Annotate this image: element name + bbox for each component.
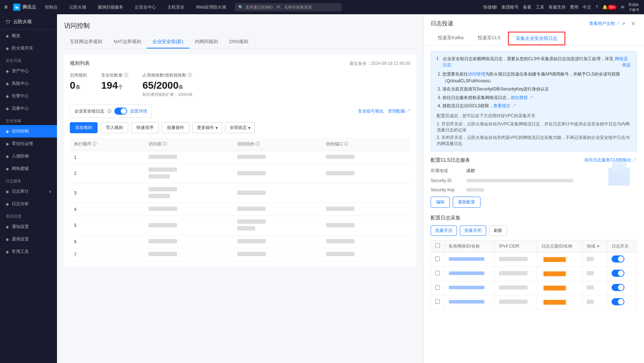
security-group-visualization-link[interactable]: 安全组可视化 <box>358 108 384 114</box>
tab-internet-boundary[interactable]: 互联网边界规则 <box>64 36 108 48</box>
sidebar-item-intrusion[interactable]: ◈ 入侵防御 <box>0 150 57 162</box>
import-rule-button[interactable]: 导入规则 <box>100 122 128 133</box>
sidebar-item-log-analysis[interactable]: ◈ 日志分析 <box>0 198 57 210</box>
log-switch-toggle-4[interactable] <box>612 298 624 305</box>
view-user-doc-link[interactable]: 查看用户文档 ↗ ↗ <box>589 21 625 27</box>
row-cidr <box>495 281 537 295</box>
nav-cloud-firewall[interactable]: 云防火墙 <box>66 3 89 12</box>
panel-tab-cls[interactable]: 投递至CLS <box>471 32 508 45</box>
tab-dns-rules[interactable]: DNS规则 <box>224 36 254 48</box>
group-account[interactable]: 集团账号 <box>502 4 519 10</box>
goto-authorize-link[interactable]: 前往授权 ↗ <box>511 95 533 100</box>
manage-quota-link[interactable]: 管理配额 ↗ <box>388 108 410 114</box>
intrusion-icon: ◈ <box>6 154 9 159</box>
panel-tab-kafka[interactable]: 投递至Kafka <box>431 32 471 45</box>
sidebar-item-overview[interactable]: ◈ 概览 <box>0 30 57 42</box>
user-avatar[interactable]: Kobe.子账号 <box>629 2 640 12</box>
collapse-button[interactable]: 收起 <box>622 62 631 68</box>
language[interactable]: 中文 <box>583 4 591 10</box>
sidebar-item-firewall-switch[interactable]: ◈ 防火墙开关 <box>0 42 57 55</box>
goto-cls-link[interactable]: 前往日志服务CLS控制台 ↗ <box>585 157 637 163</box>
batch-disable-button[interactable]: 批量关闭 <box>460 225 486 236</box>
panel-header: 日志投递 查看用户文档 ↗ ↗ ✕ 投递至Kafka 投递至CLS 采集企业安全… <box>424 14 644 46</box>
more-operations-dropdown[interactable]: 更多操作 ▾ <box>192 122 222 133</box>
tab-internal-network[interactable]: 内网间规则 <box>189 36 224 48</box>
row-select-checkbox[interactable] <box>435 299 440 304</box>
filing[interactable]: 备案 <box>523 4 531 10</box>
sidebar-item-notification[interactable]: ◈ 通知设置 <box>0 221 57 233</box>
sidebar-item-honeypot[interactable]: ◈ 网络蜜罐 <box>0 162 57 175</box>
more-operations-chevron-icon: ▾ <box>215 125 218 130</box>
toggle-settings-label[interactable]: 设置详情 <box>130 108 147 114</box>
select-all-checkbox[interactable] <box>435 243 440 248</box>
sidebar-item-alert-center[interactable]: ◈ 告警中心 <box>0 90 57 102</box>
console-label[interactable]: 控制台 <box>42 3 61 12</box>
enterprise-log-toggle[interactable] <box>114 108 127 115</box>
sidebar-item-label: 通用设置 <box>12 236 29 242</box>
sidebar-item-label: 流量中心 <box>12 105 29 112</box>
billing[interactable]: 费用 <box>570 4 578 10</box>
log-collect-title: 配置日志采集 <box>431 215 461 221</box>
batch-enable-button[interactable]: 批量开启 <box>431 225 457 236</box>
notification-icon[interactable]: 🔔99+ <box>602 5 617 10</box>
add-rule-button[interactable]: 添加规则 <box>70 122 98 133</box>
reconfig-button[interactable]: 重新配置 <box>453 197 481 208</box>
sidebar-item-general-settings[interactable]: ◈ 通用设置 <box>0 233 57 245</box>
sidebar-item-common-tools[interactable]: ◈ 常用工具 <box>0 245 57 258</box>
sidebar-item-label: 日志审计 <box>12 188 29 195</box>
panel-close-button[interactable]: ✕ <box>629 20 637 27</box>
cls-config-title: 配置CLS日志服务 <box>431 157 470 164</box>
batch-operation-button[interactable]: 批量操作 <box>162 122 189 133</box>
top-navigation: ≡ 🌥 腾讯云 控制台 云防火墙 漏洞扫描服务 云安全中心 主机安全 Web应用… <box>0 0 644 14</box>
log-table: 私有网络ID/名称 IPv4 CIDR 日志主题ID/名称 地域 ▼ 日志开关 <box>431 240 637 310</box>
nav-host-security[interactable]: 主机安全 <box>165 3 187 12</box>
hamburger-icon[interactable]: ≡ <box>4 4 7 10</box>
row-checkbox <box>431 252 445 266</box>
log-table-row: ████████ <box>431 252 637 266</box>
col-log-switch: 日志开关 <box>607 240 637 252</box>
refresh-button[interactable]: 刷新 <box>489 225 507 236</box>
row-select-checkbox[interactable] <box>435 285 440 290</box>
sidebar-item-risk-center[interactable]: ◈ 风险中心 <box>0 77 57 90</box>
stat-quota: 占用规格数/授权规格数 ⓘ 65/2000条 制宗通用规则扩展：10000条 <box>142 72 193 97</box>
message-icon[interactable]: ✉ <box>621 5 624 10</box>
status-filter-dropdown[interactable]: 全部状态 ▾ <box>225 122 255 133</box>
log-switch-toggle-2[interactable] <box>612 270 624 277</box>
customer-service[interactable]: 客服支持 <box>549 4 566 10</box>
card-right-links: 安全组可视化 管理配额 ↗ <box>358 108 410 114</box>
shortcut-label[interactable]: 快捷键/ <box>483 4 497 10</box>
quick-sort-button[interactable]: 快速排序 <box>131 122 159 133</box>
edit-button[interactable]: 编辑 <box>431 197 450 208</box>
row-vpc <box>445 252 495 266</box>
panel-tab-enterprise-log[interactable]: 采集企业安全组日志 <box>508 32 565 45</box>
sidebar-item-log-audit[interactable]: ◈ 日志审计 ∨ <box>0 185 57 198</box>
sidebar-item-traffic-center[interactable]: ◈ 流量中心 <box>0 102 57 115</box>
row-select-checkbox[interactable] <box>435 271 440 275</box>
tools[interactable]: 工具 <box>536 4 544 10</box>
nav-cloud-security[interactable]: 云安全中心 <box>132 3 159 12</box>
enterprise-log-info-icon: ⓘ <box>107 108 111 114</box>
stats-row: 启用规则 0条 安全组数量 ⓘ 194个 占用规格数/授权规格数 ⓘ 65/20… <box>70 72 410 97</box>
global-search[interactable]: 🔍 支持通过实例ID、IP、名称等搜索资源 <box>235 3 342 11</box>
main-layout: 🛡 云防火墙 ◈ 概览 ◈ 防火墙开关 安全可视 ◈ 资产中心 ◈ 风险中心 ◈… <box>0 14 644 363</box>
nav-waf[interactable]: Web应用防火墙 <box>193 3 229 12</box>
row-topic: ████████ <box>537 266 582 281</box>
sidebar-item-asset-center[interactable]: ◈ 资产中心 <box>0 65 57 77</box>
access-management-link[interactable]: 访问管理 <box>468 72 485 77</box>
region-filter-icon[interactable]: ▼ <box>596 244 600 248</box>
help-icon[interactable]: ? <box>596 5 598 10</box>
nav-vuln-scan[interactable]: 漏洞扫描服务 <box>95 3 126 12</box>
log-switch-toggle-3[interactable] <box>612 284 624 291</box>
sidebar-item-zero-trust[interactable]: ◈ 零信任运维 <box>0 138 57 150</box>
tab-enterprise-security-group[interactable]: 企业安全组(新) <box>147 36 189 48</box>
log-switch-toggle-1[interactable] <box>612 255 624 263</box>
table-row: 2 <box>70 164 410 183</box>
row-select-checkbox[interactable] <box>435 256 440 261</box>
asset-center-icon: ◈ <box>6 69 9 74</box>
view-guide-link[interactable]: 查看指引 ↗ <box>493 103 516 108</box>
log-collect-section-title: 配置日志采集 <box>431 215 637 221</box>
table-row: 4 <box>70 203 410 216</box>
sidebar-item-access-control[interactable]: ◈ 访问控制 <box>0 125 57 138</box>
tab-nat-boundary[interactable]: NAT边界规则 <box>108 36 147 48</box>
security-id-label: Security ID <box>431 178 466 183</box>
